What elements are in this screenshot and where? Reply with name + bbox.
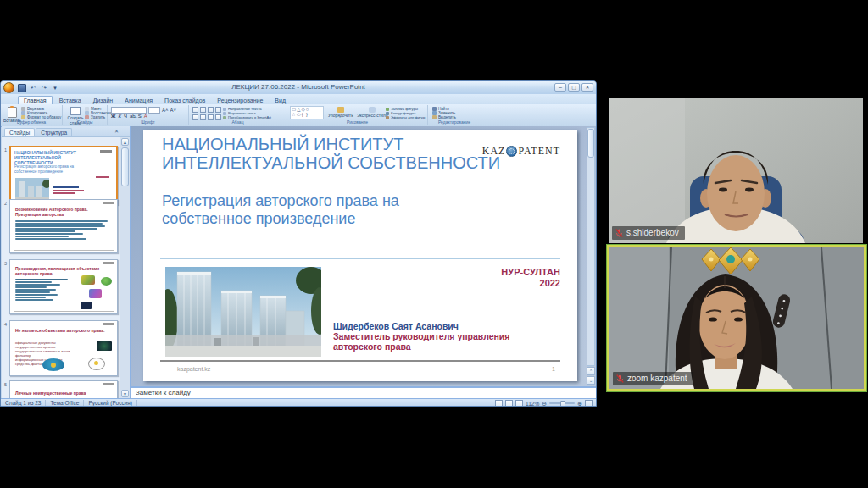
slide-divider-top xyxy=(160,258,560,259)
shapes-gallery[interactable]: ▭△◇○ ☆⬭{ } xyxy=(290,106,324,119)
panel-tabs: Слайды Структура ✕ xyxy=(2,126,130,137)
ribbon: Вставить Вырезать Копировать Формат по о… xyxy=(1,104,596,127)
view-slideshow-icon[interactable] xyxy=(515,400,523,408)
maximize-button[interactable] xyxy=(568,83,580,92)
shadow-icon[interactable]: S xyxy=(138,114,142,119)
quick-styles-icon xyxy=(369,107,376,113)
decrease-indent-icon[interactable] xyxy=(208,107,214,113)
thumb1-role-line2 xyxy=(53,192,75,194)
zoom-slider-knob[interactable] xyxy=(560,401,565,407)
thumb2-title: Возникновение Авторского права. Презумпц… xyxy=(15,208,110,218)
gold-ornament xyxy=(702,247,760,274)
thumbnail-number: 5 xyxy=(4,382,7,387)
zoom-out-icon[interactable]: ⊖ xyxy=(542,401,547,407)
thumb4-image-bubble xyxy=(88,358,105,370)
zoom-slider[interactable] xyxy=(549,402,575,404)
slide-footer-number: 1 xyxy=(552,366,555,372)
slide-presenter-block: Шидербеков Саят Асанович Заместитель рук… xyxy=(333,321,509,352)
thumb1-logo-placeholder xyxy=(100,150,112,152)
tab-animation[interactable]: Анимация xyxy=(120,97,158,104)
thumbnail-number: 4 xyxy=(4,322,7,327)
slide-thumbnail-1[interactable]: НАЦИОНАЛЬНЫЙ ИНСТИТУТ ИНТЕЛЛЕКТУАЛЬНОЙ С… xyxy=(9,146,118,205)
view-sorter-icon[interactable] xyxy=(505,400,513,408)
workspace-scrollbar[interactable] xyxy=(587,127,595,366)
slide-workspace: KAZ PATENT НАЦИОНАЛЬНЫЙ ИНСТИТУТ ИНТЕЛЛЕ… xyxy=(131,126,596,386)
presenter-role: Заместитель руководителя управления xyxy=(333,331,509,341)
tab-slideshow[interactable]: Показ слайдов xyxy=(159,97,210,104)
slide-thumbnail-5[interactable]: Личные неимущественные права xyxy=(9,380,118,398)
status-language[interactable]: Русский (Россия) xyxy=(84,400,137,407)
bullets-icon[interactable] xyxy=(192,107,198,113)
zoom-level[interactable]: 112% xyxy=(526,401,539,407)
status-theme[interactable]: Тема Office xyxy=(46,400,84,407)
paste-icon xyxy=(8,107,17,118)
scroll-up-icon[interactable]: ▲ xyxy=(121,138,129,146)
thumb3-footer-line xyxy=(14,311,114,312)
panel-tab-slides[interactable]: Слайды xyxy=(4,128,35,136)
thumb3-image-books xyxy=(81,275,95,285)
numbering-icon[interactable] xyxy=(200,107,206,113)
next-slide-icon[interactable]: ⌄ xyxy=(587,376,595,385)
tab-home[interactable]: Главная xyxy=(18,96,53,104)
thumb3-image-dark xyxy=(81,302,92,309)
thumbnail-number: 3 xyxy=(4,261,7,266)
notes-pane[interactable]: Заметки к слайду xyxy=(131,386,596,398)
zoom-in-icon[interactable]: ⊕ xyxy=(577,401,582,407)
participant-video-shiderbekov[interactable]: s.shiderbekov xyxy=(609,98,863,243)
increase-indent-icon[interactable] xyxy=(215,107,221,113)
thumb1-role-line xyxy=(53,190,84,191)
thumb4-title: Не является объектами авторского права: xyxy=(15,329,108,334)
panel-scrollbar[interactable]: ▲ ▼ xyxy=(120,137,130,398)
group-clipboard: Вставить Вырезать Копировать Формат по о… xyxy=(1,105,63,125)
panel-tab-outline[interactable]: Структура xyxy=(36,128,72,136)
scroll-down-icon[interactable]: ▼ xyxy=(121,390,129,397)
tab-view[interactable]: Вид xyxy=(270,97,291,104)
tab-insert[interactable]: Вставка xyxy=(54,97,86,104)
building-photo xyxy=(165,267,321,357)
close-button[interactable] xyxy=(581,83,593,92)
shrink-font-icon[interactable]: A˅ xyxy=(170,108,177,114)
strikethrough-icon[interactable]: ab̶ xyxy=(130,114,136,119)
thumbnail-number: 2 xyxy=(4,201,7,206)
slide-subtitle: Регистрация авторского права на собствен… xyxy=(162,192,535,228)
panel-scroll-thumb[interactable] xyxy=(121,147,129,186)
thumbnail-number: 1 xyxy=(4,147,7,152)
slide-canvas[interactable]: KAZ PATENT НАЦИОНАЛЬНЫЙ ИНСТИТУТ ИНТЕЛЛЕ… xyxy=(143,130,577,381)
underline-button[interactable]: Ч xyxy=(124,114,127,119)
arrange-icon xyxy=(337,107,344,113)
bold-button[interactable]: Ж xyxy=(111,114,115,119)
thumb1-presenter-line xyxy=(53,186,79,188)
fit-to-window-icon[interactable] xyxy=(585,400,593,408)
slide-divider-bottom xyxy=(160,360,560,362)
grow-font-icon[interactable]: A˄ xyxy=(162,108,169,114)
participant-name-label: s.shiderbekov xyxy=(612,226,685,240)
close-panel-icon[interactable]: ✕ xyxy=(114,128,119,134)
font-size-combobox[interactable] xyxy=(148,107,160,114)
previous-slide-icon[interactable]: ⌃ xyxy=(587,367,595,375)
ribbon-tab-strip: Главная Вставка Дизайн Анимация Показ сл… xyxy=(1,94,596,104)
font-name-combobox[interactable] xyxy=(111,107,147,114)
thumb5-title: Личные неимущественные права xyxy=(15,391,108,396)
muted-mic-icon xyxy=(615,228,623,238)
arrange-button[interactable]: Упорядочить xyxy=(328,107,353,118)
view-normal-icon[interactable] xyxy=(495,400,503,408)
tab-review[interactable]: Рецензирование xyxy=(212,97,268,104)
group-drawing: ▭△◇○ ☆⬭{ } Упорядочить Экспресс-стили xyxy=(287,105,428,125)
thumb1-building-image xyxy=(15,178,49,200)
workspace-scroll-thumb[interactable] xyxy=(587,129,594,158)
minimize-button[interactable] xyxy=(554,83,566,92)
window-controls xyxy=(554,83,593,92)
slide-thumbnail-2[interactable]: Возникновение Авторского права. Презумпц… xyxy=(9,199,118,253)
quick-styles-button[interactable]: Экспресс-стили xyxy=(357,107,388,118)
font-color-icon[interactable]: A xyxy=(144,114,147,119)
participant-video-kazpatent[interactable]: zoom kazpatent xyxy=(607,245,866,391)
slide-footer-url: kazpatent.kz xyxy=(177,366,210,372)
slide-thumbnail-4[interactable]: Не является объектами авторского права: … xyxy=(9,320,118,376)
slide-thumbnail-3[interactable]: Произведения, являющиеся объектами автор… xyxy=(9,259,118,314)
participant-name: s.shiderbekov xyxy=(626,228,679,238)
tab-design[interactable]: Дизайн xyxy=(88,97,119,104)
shape-effects-icon xyxy=(386,116,389,119)
italic-button[interactable]: К xyxy=(118,114,121,119)
participant-name: zoom kazpatent xyxy=(627,374,687,384)
thumb2-logo-placeholder xyxy=(103,202,114,204)
